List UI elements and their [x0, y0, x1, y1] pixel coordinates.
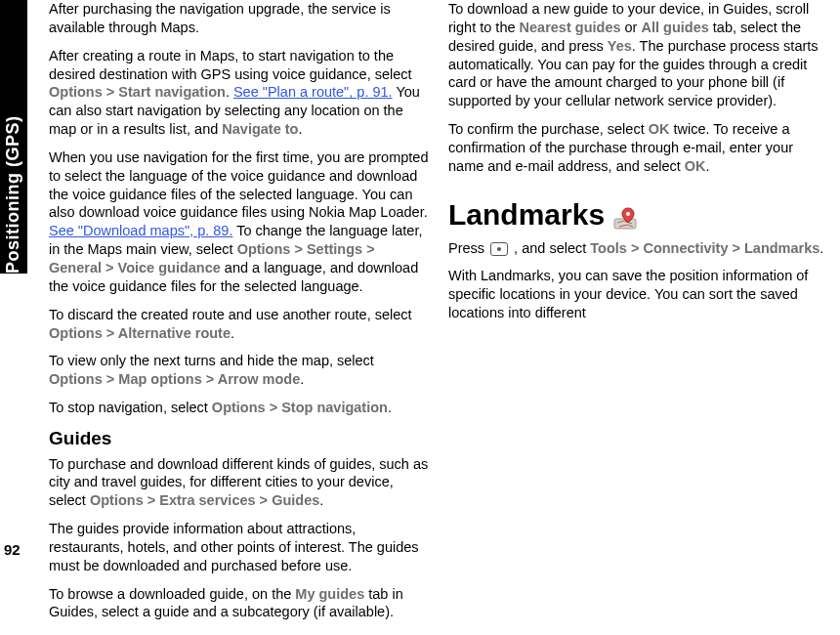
- body-text: To view only the next turns and hide the…: [49, 353, 374, 368]
- menu-path-sep: >: [103, 371, 119, 387]
- menu-path-sep: >: [728, 240, 744, 256]
- menu-path-item: OK: [685, 158, 706, 174]
- menu-path-item: My guides: [295, 586, 364, 602]
- section-tab-label: Positioning (GPS): [2, 116, 24, 275]
- body-text: .: [388, 400, 392, 415]
- menu-path-item: Options: [212, 400, 266, 415]
- menu-path-sep: >: [627, 240, 644, 256]
- menu-path-sep: >: [103, 325, 118, 341]
- menu-path-item: Voice guidance: [118, 260, 221, 275]
- menu-path-item: OK: [649, 121, 670, 137]
- paragraph: To stop navigation, select Options > Sto…: [49, 399, 431, 417]
- paragraph: To discard the created route and use ano…: [49, 306, 431, 343]
- body-text: , and select: [510, 240, 590, 256]
- body-text: .: [300, 371, 304, 387]
- body-text: After purchasing the navigation upgrade,…: [49, 1, 391, 35]
- menu-path-item: All guides: [641, 20, 708, 35]
- body-text: Press: [448, 240, 488, 256]
- menu-path-item: Options: [49, 325, 103, 341]
- menu-path-sep: >: [202, 371, 218, 387]
- cross-reference-link[interactable]: See "Download maps", p. 89.: [49, 223, 232, 238]
- menu-path-item: Stop navigation: [281, 400, 388, 415]
- body-text: .: [819, 240, 823, 256]
- body-text: With Landmarks, you can save the positio…: [448, 268, 808, 320]
- paragraph: The guides provide information about att…: [49, 520, 431, 575]
- menu-path-item: Options: [237, 241, 291, 257]
- body-text: To discard the created route and use ano…: [49, 307, 412, 322]
- menu-path-item: Yes: [608, 38, 632, 54]
- menu-path-sep: >: [103, 84, 119, 100]
- menu-path-item: General: [49, 260, 102, 275]
- menu-path-item: Options: [49, 371, 103, 387]
- paragraph: Press , and select Tools > Connectivity …: [448, 239, 830, 258]
- body-text: When you use navigation for the first ti…: [49, 149, 428, 221]
- menu-path-item: Settings: [307, 241, 362, 257]
- menu-path-item: Connectivity: [643, 240, 728, 256]
- subheading-guides: Guides: [49, 427, 431, 451]
- menu-path-sep: >: [256, 492, 273, 508]
- body-text: To stop navigation, select: [49, 400, 212, 415]
- menu-path-item: Start navigation: [118, 84, 226, 100]
- landmarks-icon: [612, 201, 638, 227]
- menu-path-item: Options: [90, 492, 144, 508]
- section-tab: Positioning (GPS): [0, 0, 27, 274]
- menu-path-item: Landmarks: [744, 240, 819, 256]
- body-text: To confirm the purchase, select: [448, 121, 649, 137]
- menu-path-item: Tools: [590, 240, 627, 256]
- menu-path-item: Map options: [118, 371, 201, 387]
- paragraph: When you use navigation for the first ti…: [49, 148, 431, 296]
- body-text: After creating a route in Maps, to start…: [49, 48, 412, 82]
- menu-path-sep: >: [362, 241, 375, 257]
- menu-path-sep: >: [266, 400, 282, 415]
- body-text: .: [226, 84, 233, 100]
- body-text: or: [621, 20, 642, 35]
- body-text: .: [319, 492, 323, 508]
- paragraph: After purchasing the navigation upgrade,…: [49, 0, 431, 37]
- menu-path-item: Options: [49, 84, 103, 100]
- heading-landmarks-label: Landmarks: [448, 195, 605, 233]
- menu-path-sep: >: [102, 260, 118, 275]
- body-text: .: [231, 325, 234, 341]
- menu-path-item: Extra services: [159, 492, 255, 508]
- paragraph: To download a new guide to your device, …: [448, 0, 830, 110]
- menu-path-item: Nearest guides: [520, 20, 621, 35]
- menu-path-item: Alternative route: [118, 325, 231, 341]
- cross-reference-link[interactable]: See "Plan a route", p. 91.: [233, 84, 393, 100]
- paragraph: With Landmarks, you can save the positio…: [448, 267, 830, 322]
- paragraph: To purchase and download different kinds…: [49, 455, 431, 511]
- menu-path-sep: >: [290, 241, 307, 257]
- paragraph: To confirm the purchase, select OK twice…: [448, 120, 830, 176]
- page-number: 92: [4, 540, 21, 560]
- paragraph: To view only the next turns and hide the…: [49, 352, 431, 389]
- body-text: To browse a downloaded guide, on the: [49, 586, 295, 602]
- svg-point-1: [626, 212, 630, 216]
- menu-path-item: Arrow mode: [218, 371, 301, 387]
- menu-path-sep: >: [144, 492, 160, 508]
- heading-landmarks: Landmarks: [448, 195, 638, 233]
- menu-path-item: Guides: [272, 492, 319, 508]
- menu-path-item: Navigate to: [222, 121, 298, 137]
- body-text: .: [298, 121, 302, 137]
- page-content: After purchasing the navigation upgrade,…: [49, 0, 830, 635]
- body-text: .: [706, 158, 710, 174]
- body-text: The guides provide information about att…: [49, 521, 419, 573]
- paragraph: To browse a downloaded guide, on the My …: [49, 585, 431, 622]
- paragraph: After creating a route in Maps, to start…: [49, 47, 431, 139]
- menu-key-icon: [490, 242, 508, 256]
